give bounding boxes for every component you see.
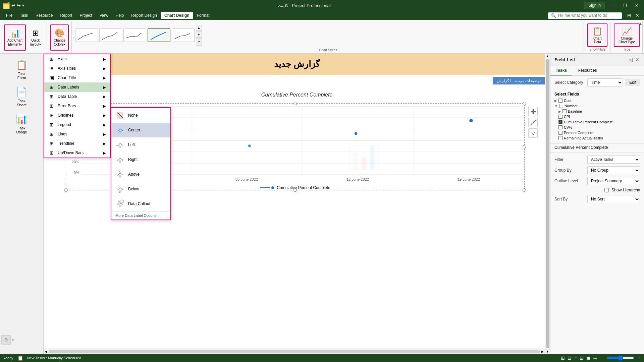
menu-error-bars[interactable]: ⊞ Error Bars ▶ bbox=[44, 101, 110, 111]
group-by-dropdown[interactable]: No Group By Resource By Task bbox=[587, 166, 640, 174]
remaining-actual-checkbox[interactable] bbox=[558, 136, 562, 140]
baseline-checkbox[interactable] bbox=[562, 109, 567, 113]
zoom-slider[interactable] bbox=[607, 355, 634, 361]
sort-by-dropdown[interactable]: No Sort Ascending Descending bbox=[587, 195, 640, 203]
menu-lines[interactable]: ⊞ Lines ▶ bbox=[44, 129, 110, 139]
menu-data-labels[interactable]: ⊞ Data Labels ▶ bbox=[44, 82, 110, 92]
scroll-up-button[interactable]: ▲ bbox=[196, 25, 202, 31]
zoom-in-icon[interactable]: ＋ bbox=[637, 355, 641, 361]
chart-style-5[interactable] bbox=[172, 28, 195, 42]
menu-resource[interactable]: Resource bbox=[32, 12, 56, 19]
menu-format[interactable]: Format bbox=[194, 12, 213, 19]
scroll-thumb[interactable] bbox=[546, 59, 549, 348]
pct-complete-checkbox[interactable] bbox=[558, 131, 562, 135]
field-remaining-actual-tasks[interactable]: Remaining Actual Tasks bbox=[554, 135, 640, 141]
scroll-expand-button[interactable]: ▾ bbox=[196, 38, 202, 46]
close-button[interactable]: ✕ bbox=[632, 2, 641, 9]
data-point-2[interactable] bbox=[248, 144, 251, 147]
field-cost[interactable]: ▶ Cost bbox=[554, 98, 640, 103]
h-scroll-thumb[interactable] bbox=[49, 350, 540, 353]
scroll-right-arrow[interactable]: ▶ bbox=[540, 350, 545, 353]
customize-icon[interactable]: ▾ bbox=[22, 3, 24, 8]
data-label-left[interactable]: A Left bbox=[111, 137, 170, 152]
outline-level-dropdown[interactable]: Project Summary Level 1 Level 2 bbox=[587, 177, 640, 185]
menu-report-design[interactable]: Report Design bbox=[128, 12, 160, 19]
status-icon-1[interactable]: ⊞ bbox=[561, 355, 565, 361]
chart-filter-btn[interactable]: ▽ bbox=[528, 128, 538, 138]
handle-tm[interactable] bbox=[293, 102, 297, 105]
tab-tasks[interactable]: Tasks bbox=[550, 66, 572, 75]
data-label-below[interactable]: A Below bbox=[111, 182, 170, 196]
field-percent-complete[interactable]: Percent Complete bbox=[554, 130, 640, 135]
data-label-center[interactable]: A Center bbox=[111, 123, 170, 137]
quick-layout-button[interactable]: ⊞ Quicklayout▾ bbox=[27, 24, 44, 51]
cv-pct-checkbox[interactable] bbox=[558, 125, 562, 129]
minimize-button[interactable]: — bbox=[608, 2, 618, 9]
change-colors-button[interactable]: 🎨 ChangeColors▾ bbox=[50, 24, 69, 51]
chart-style-3[interactable] bbox=[123, 28, 146, 42]
ribbon-close-button[interactable]: ✕ bbox=[633, 12, 641, 19]
status-icon-4[interactable]: ⊡ bbox=[580, 355, 584, 361]
status-icon-3[interactable]: ≡ bbox=[574, 355, 577, 361]
scroll-down-button[interactable]: ▼ bbox=[196, 32, 202, 38]
horizontal-scrollbar[interactable]: ◀ ▶ bbox=[44, 349, 545, 354]
field-list-collapse-button[interactable]: ◁ bbox=[628, 56, 633, 63]
more-data-label-options[interactable]: More Data Label Options... bbox=[111, 211, 170, 220]
menu-axis-titles[interactable]: ≡ Axis Titles ▶ bbox=[44, 64, 110, 73]
change-chart-type-button[interactable]: 📈 ChangeChart Type bbox=[614, 23, 640, 47]
handle-bl[interactable] bbox=[64, 188, 68, 192]
menu-updown-bars[interactable]: ⊞ Up/Down Bars ▶ bbox=[44, 148, 110, 158]
select-category-dropdown[interactable]: Time Cost Work bbox=[587, 78, 623, 86]
task-usage-button[interactable]: 📊 TaskUsage bbox=[1, 111, 42, 137]
restore-button[interactable]: ❐ bbox=[620, 2, 630, 9]
menu-task[interactable]: Task bbox=[16, 12, 32, 19]
data-label-callout[interactable]: A Data Callout bbox=[111, 196, 170, 211]
data-label-above[interactable]: A Above bbox=[111, 167, 170, 182]
filter-dropdown[interactable]: Active Tasks All Tasks Completed Tasks bbox=[587, 156, 640, 164]
chart-style-btn[interactable]: 🖌️ bbox=[528, 118, 538, 127]
search-input[interactable] bbox=[557, 13, 619, 18]
edit-button[interactable]: Edit bbox=[626, 79, 640, 86]
handle-bm[interactable] bbox=[293, 188, 297, 192]
show-hierarchy-checkbox[interactable] bbox=[604, 188, 609, 192]
menu-chart-design[interactable]: Chart Design bbox=[161, 12, 193, 19]
menu-chart-title[interactable]: ▣ Chart Title ▶ bbox=[44, 73, 110, 82]
field-list-close-button[interactable]: ✕ bbox=[635, 56, 640, 63]
menu-report[interactable]: Report bbox=[57, 12, 75, 19]
data-point-4[interactable] bbox=[469, 119, 473, 123]
chart-style-2[interactable] bbox=[99, 28, 122, 42]
scroll-left-arrow[interactable]: ◀ bbox=[44, 350, 48, 353]
zoom-out-icon[interactable]: － bbox=[600, 355, 604, 361]
tab-resources[interactable]: Resources bbox=[572, 66, 602, 75]
menu-view[interactable]: View bbox=[96, 12, 112, 19]
chart-style-4[interactable] bbox=[148, 28, 170, 42]
menu-axes[interactable]: ⊞ Axes ▶ bbox=[44, 54, 110, 64]
menu-help[interactable]: Help bbox=[112, 12, 127, 19]
panel-close-button[interactable]: ⊟ bbox=[625, 12, 633, 19]
menu-search-box[interactable]: 🔍 bbox=[548, 12, 622, 19]
menu-trendline[interactable]: ⊞ Trendline ▶ bbox=[44, 139, 110, 148]
vertical-scrollbar[interactable]: ▲ ▼ bbox=[545, 54, 550, 354]
field-number[interactable]: ▼ Number bbox=[554, 103, 640, 109]
field-cumulative-percent-complete[interactable]: ✓ Cumulative Percent Complete bbox=[554, 119, 640, 125]
handle-tr[interactable] bbox=[523, 102, 526, 105]
scroll-up-arrow[interactable]: ▲ bbox=[545, 54, 550, 59]
handle-br[interactable] bbox=[523, 188, 526, 192]
menu-project[interactable]: Project bbox=[76, 12, 95, 19]
add-chart-element-button[interactable]: 📊 Add ChartElement▾ bbox=[4, 24, 26, 51]
data-label-none[interactable]: None bbox=[111, 108, 170, 123]
data-label-right[interactable]: A Right bbox=[111, 152, 170, 167]
handle-mr[interactable] bbox=[523, 145, 526, 148]
number-checkbox[interactable] bbox=[559, 104, 563, 108]
cumulative-pct-checkbox[interactable]: ✓ bbox=[558, 120, 562, 124]
sign-in-button[interactable]: Sign in bbox=[584, 2, 605, 9]
ribbon-collapse-button[interactable]: ▲ bbox=[639, 21, 643, 26]
field-cpi[interactable]: CPI bbox=[554, 114, 640, 119]
chart-data-button[interactable]: 📋 ChartData bbox=[587, 23, 607, 47]
task-form-button[interactable]: 📋 TaskForm bbox=[1, 56, 42, 83]
scroll-down-arrow[interactable]: ▼ bbox=[545, 349, 550, 354]
undo-icon[interactable]: ↩ bbox=[11, 3, 15, 8]
status-icon-5[interactable]: ▣ bbox=[586, 355, 591, 361]
cost-checkbox[interactable] bbox=[558, 99, 562, 103]
status-icon-2[interactable]: ⊟ bbox=[568, 355, 572, 361]
